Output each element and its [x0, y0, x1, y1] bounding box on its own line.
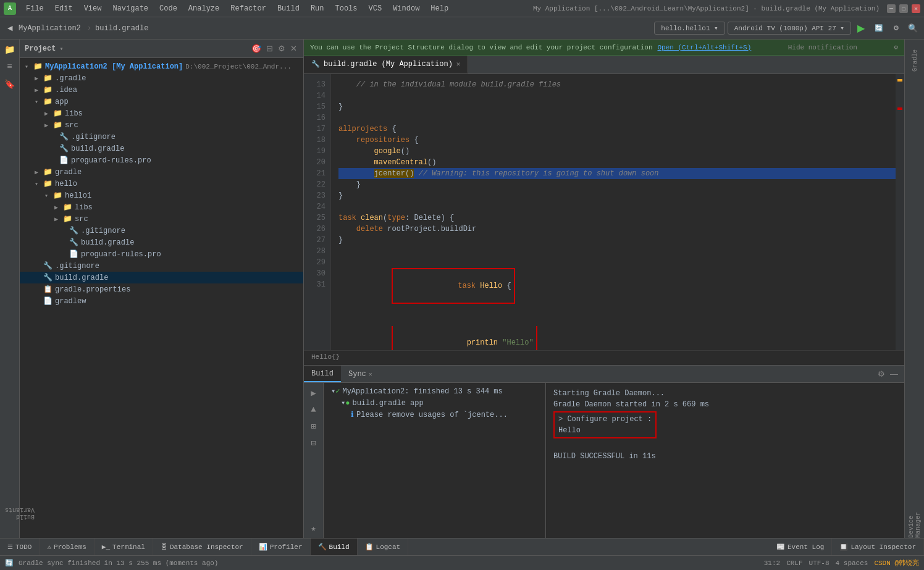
tree-hello-folder[interactable]: ▾ 📁 hello — [20, 178, 303, 190]
tree-gradle-root[interactable]: ▶ 📁 gradle — [20, 166, 303, 178]
tree-gradle-properties[interactable]: 📋 gradle.properties — [20, 283, 303, 295]
tab-terminal[interactable]: ▶_ Terminal — [94, 539, 153, 555]
build-close-button[interactable]: — — [889, 368, 899, 380]
structure-icon[interactable]: ≡ — [2, 59, 17, 74]
collapse-all-button[interactable]: ⊟ — [265, 43, 274, 54]
status-encoding: UTF-8 — [809, 560, 830, 567]
tree-app-libs[interactable]: ▶ 📁 libs — [20, 107, 303, 119]
tree-idea-folder[interactable]: ▶ 📁 .idea — [20, 84, 303, 96]
tree-hello1-gitignore[interactable]: 🔧 .gitignore — [20, 225, 303, 237]
editor-tab-build-gradle[interactable]: 🔧 build.gradle (My Application) ✕ — [304, 56, 468, 73]
menu-build[interactable]: Build — [272, 2, 304, 15]
menu-tools[interactable]: Tools — [330, 2, 363, 15]
menu-vcs[interactable]: VCS — [364, 2, 387, 15]
code-line-30: println "Hello" — [338, 315, 896, 350]
menu-analyze[interactable]: Analyze — [183, 2, 224, 15]
code-line-21: jcenter() // Warning: this repository is… — [338, 168, 896, 179]
close-panel-button[interactable]: ✕ — [289, 43, 298, 54]
menu-edit[interactable]: Edit — [50, 2, 78, 15]
build-star-icon[interactable]: ★ — [306, 521, 321, 535]
tree-app-folder[interactable]: ▾ 📁 app — [20, 96, 303, 107]
notification-text: You can use the Project Structure dialog… — [310, 44, 653, 51]
build-left-icons: ▶ ▲ ⊞ ⊟ ★ — [304, 383, 324, 538]
build-settings-button[interactable]: ⚙ — [876, 368, 886, 380]
back-button[interactable]: ◀ — [4, 22, 16, 34]
tree-root[interactable]: ▾ 📁 MyApplication2 [My Application] D:\0… — [20, 61, 303, 72]
close-button[interactable]: ✕ — [912, 4, 920, 13]
settings-button[interactable]: ⚙ — [277, 43, 287, 54]
tab-logcat[interactable]: 📋 Logcat — [358, 539, 409, 555]
menu-window[interactable]: Window — [388, 2, 424, 15]
tab-build[interactable]: 🔨 Build — [311, 539, 358, 555]
menu-help[interactable]: Help — [426, 2, 453, 15]
run-button[interactable]: ▶ — [854, 21, 868, 36]
gradle-button[interactable]: ⚙ — [889, 22, 903, 34]
tree-gradlew[interactable]: 📄 gradlew — [20, 295, 303, 307]
tab-problems[interactable]: ⚠ Problems — [40, 539, 94, 555]
menu-navigate[interactable]: Navigate — [107, 2, 153, 15]
build-rerun-icon[interactable]: ▶ — [306, 385, 321, 400]
tree-hello1-proguard[interactable]: 📄 proguard-rules.pro — [20, 248, 303, 260]
bookmarks-icon[interactable]: 🔖 — [2, 77, 17, 91]
tree-hello1-libs[interactable]: ▶ 📁 libs — [20, 201, 303, 213]
sync-tab-close[interactable]: ✕ — [369, 371, 372, 378]
build-expand-icon[interactable]: ⊞ — [306, 419, 321, 434]
panel-title: Project — [25, 44, 56, 53]
logcat-icon: 📋 — [365, 543, 374, 551]
build-tree-child1[interactable]: ▾ ● build.gradle app — [324, 397, 545, 409]
build-tab-build[interactable]: Build — [304, 366, 341, 382]
device-manager-icon[interactable]: Device Manager — [907, 488, 922, 538]
project-label: MyApplication2 — [19, 24, 81, 33]
tree-root-build-gradle[interactable]: 🔧 build.gradle — [20, 272, 303, 283]
tree-app-gitignore[interactable]: 🔧 .gitignore — [20, 131, 303, 143]
tree-root-gitignore[interactable]: 🔧 .gitignore — [20, 260, 303, 272]
tab-event-log[interactable]: 📰 Event Log — [769, 539, 832, 555]
tree-app-build-gradle[interactable]: 🔧 build.gradle — [20, 143, 303, 154]
build-output[interactable]: Starting Gradle Daemon... Gradle Daemon … — [546, 383, 904, 538]
open-project-structure-link[interactable]: Open (Ctrl+Alt+Shift+S) — [658, 44, 752, 51]
tab-layout-inspector[interactable]: 🔲 Layout Inspector — [832, 539, 924, 555]
project-icon[interactable]: 📁 — [2, 42, 17, 57]
tree-hello1-folder[interactable]: ▾ 📁 hello1 — [20, 190, 303, 201]
maximize-button[interactable]: ☐ — [899, 4, 908, 13]
menu-code[interactable]: Code — [154, 2, 182, 15]
gradle-panel-icon[interactable]: Gradle — [907, 42, 922, 79]
menu-refactor[interactable]: Refactor — [225, 2, 271, 15]
menu-view[interactable]: View — [79, 2, 107, 15]
run-config-dropdown[interactable]: hello.hello1 ▾ — [654, 22, 724, 35]
search-everywhere-button[interactable]: 🔍 — [905, 21, 920, 36]
app-icon: A — [4, 2, 16, 15]
menu-run[interactable]: Run — [306, 2, 329, 15]
code-breadcrumb: Hello{} — [304, 350, 904, 365]
menu-file[interactable]: File — [21, 2, 49, 15]
build-tree-root[interactable]: ▾ ✓ MyApplication2: finished 13 s 344 ms — [324, 385, 545, 397]
tree-gradle-folder[interactable]: ▶ 📁 .gradle — [20, 72, 303, 84]
tree-hello1-build-gradle[interactable]: 🔧 build.gradle — [20, 237, 303, 248]
build-collapse-icon[interactable]: ⊟ — [306, 435, 321, 450]
locate-file-button[interactable]: 🎯 — [250, 43, 262, 54]
root-path: D:\002_Project\002_Andr... — [185, 63, 292, 70]
code-lines[interactable]: // in the individual module build.gradle… — [331, 74, 896, 350]
tree-app-src[interactable]: ▶ 📁 src — [20, 119, 303, 131]
build-tree-child2[interactable]: ℹ Please remove usages of `jcente... — [324, 409, 545, 421]
minimize-button[interactable]: — — [887, 4, 896, 13]
tab-profiler[interactable]: 📊 Profiler — [251, 539, 311, 555]
hide-notification-link[interactable]: Hide notification — [788, 44, 857, 51]
code-line-16 — [338, 112, 896, 124]
tab-build-label: Build — [329, 543, 350, 551]
notification-settings-icon[interactable]: ⚙ — [894, 43, 898, 51]
tab-close-button[interactable]: ✕ — [456, 60, 461, 68]
tab-database[interactable]: 🗄 Database Inspector — [153, 539, 251, 555]
sync-button[interactable]: 🔄 — [871, 22, 887, 34]
build-variants-icon[interactable]: Build Variants — [0, 506, 35, 521]
gutter-error-1 — [897, 107, 902, 110]
build-tab-sync[interactable]: Sync ✕ — [341, 366, 380, 382]
tab-todo[interactable]: ☰ TODO — [0, 539, 40, 555]
device-dropdown[interactable]: Android TV (1080p) API 27 ▾ — [728, 22, 851, 35]
project-panel: Project ▾ 🎯 ⊟ ⚙ ✕ ▾ 📁 MyApplication2 [My… — [20, 40, 304, 538]
build-filter-icon[interactable]: ▲ — [306, 402, 321, 417]
layout-inspector-icon: 🔲 — [839, 543, 848, 551]
tree-hello1-src[interactable]: ▶ 📁 src — [20, 213, 303, 225]
code-editor[interactable]: 13 14 15 16 17 18 19 20 21 22 23 24 25 2… — [304, 74, 904, 365]
tree-app-proguard[interactable]: 📄 proguard-rules.pro — [20, 154, 303, 166]
